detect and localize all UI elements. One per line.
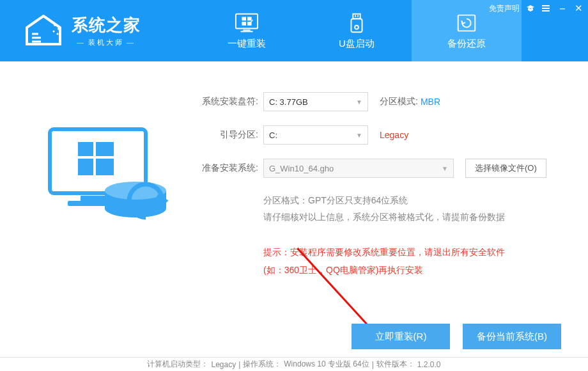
boot-partition-label: 引导分区: (196, 129, 258, 141)
svg-rect-17 (542, 5, 550, 6)
graduation-icon[interactable] (526, 4, 535, 13)
minimize-button[interactable]: － (557, 5, 568, 12)
house-logo-icon (23, 15, 64, 47)
svg-rect-13 (357, 15, 359, 17)
disclaimer-link[interactable]: 免责声明 (489, 3, 520, 14)
svg-rect-8 (247, 17, 252, 20)
partition-mode-value: MBR (421, 97, 440, 107)
svg-rect-19 (542, 10, 550, 12)
boot-mode-value: Legacy (380, 130, 408, 140)
svg-rect-16 (458, 15, 476, 31)
boot-partition-value: C: (269, 130, 277, 140)
svg-rect-24 (96, 142, 114, 156)
restore-icon (454, 12, 479, 34)
prepare-label: 准备安装系统: (196, 162, 258, 174)
chevron-down-icon: ▼ (442, 165, 448, 172)
nav-reinstall[interactable]: 一键重装 (192, 0, 302, 61)
usb-icon (344, 12, 369, 34)
brand-title: 系统之家 (72, 14, 141, 36)
nav-usb-boot[interactable]: U盘启动 (302, 0, 412, 61)
info-partition-format: 分区格式：GPT分区只支持64位系统 (263, 192, 562, 209)
svg-rect-4 (236, 13, 258, 28)
svg-rect-5 (243, 29, 250, 31)
svg-point-0 (54, 24, 56, 26)
svg-rect-25 (78, 159, 93, 175)
svg-point-1 (58, 28, 60, 30)
info-verify: 请仔细核对以上信息，系统分区将被格式化，请提前备份数据 (263, 209, 562, 225)
nav-label: 备份还原 (447, 38, 486, 50)
status-bar: 计算机启动类型： Legacy | 操作系统： Windows 10 专业版 6… (0, 357, 588, 371)
prepare-image-select[interactable]: G_Win10_64.gho ▼ (263, 159, 454, 178)
status-ver-value: 1.2.0.0 (417, 360, 441, 369)
chevron-down-icon: ▼ (356, 132, 362, 139)
svg-rect-12 (355, 15, 356, 17)
status-ver-label: 软件版本： (376, 359, 415, 370)
svg-rect-26 (96, 159, 114, 175)
svg-rect-9 (242, 22, 246, 26)
chevron-down-icon: ▼ (356, 99, 362, 106)
nav-label: 一键重装 (228, 38, 266, 50)
partition-mode-label: 分区模式: (380, 96, 418, 107)
svg-rect-11 (353, 13, 360, 19)
titlebar-controls: 免责声明 － ✕ (489, 3, 583, 14)
status-boot-label: 计算机启动类型： (147, 359, 208, 370)
svg-point-15 (355, 25, 359, 29)
monitor-icon (235, 12, 259, 34)
menu-icon[interactable] (541, 4, 550, 13)
svg-rect-7 (242, 17, 246, 20)
form-panel: 系统安装盘符: C: 3.77GB ▼ 分区模式: MBR 引导分区: C: ▼… (192, 92, 562, 279)
status-os-label: 操作系统： (243, 359, 281, 370)
prepare-image-value: G_Win10_64.gho (269, 164, 334, 173)
backup-system-button[interactable]: 备份当前系统(B) (463, 324, 561, 349)
brand-subtitle: 装机大师 (72, 38, 141, 47)
reinstall-now-button[interactable]: 立即重装(R) (352, 324, 450, 349)
install-drive-value: C: 3.77GB (269, 97, 308, 107)
install-drive-select[interactable]: C: 3.77GB ▼ (263, 92, 368, 111)
nav-label: U盘启动 (339, 38, 375, 50)
svg-point-3 (57, 33, 59, 35)
logo: 系统之家 装机大师 (0, 14, 192, 47)
illustration (26, 92, 192, 279)
svg-rect-23 (78, 142, 93, 156)
install-drive-label: 系统安装盘符: (196, 96, 258, 107)
choose-image-button[interactable]: 选择镜像文件(O) (465, 159, 546, 178)
svg-rect-18 (542, 8, 550, 9)
svg-point-2 (53, 31, 55, 33)
close-button[interactable]: ✕ (575, 3, 583, 14)
boot-partition-select[interactable]: C: ▼ (263, 125, 368, 145)
svg-rect-6 (241, 31, 253, 32)
status-boot-value: Legacy (211, 360, 236, 369)
status-os-value: Windows 10 专业版 64位 (284, 359, 369, 370)
